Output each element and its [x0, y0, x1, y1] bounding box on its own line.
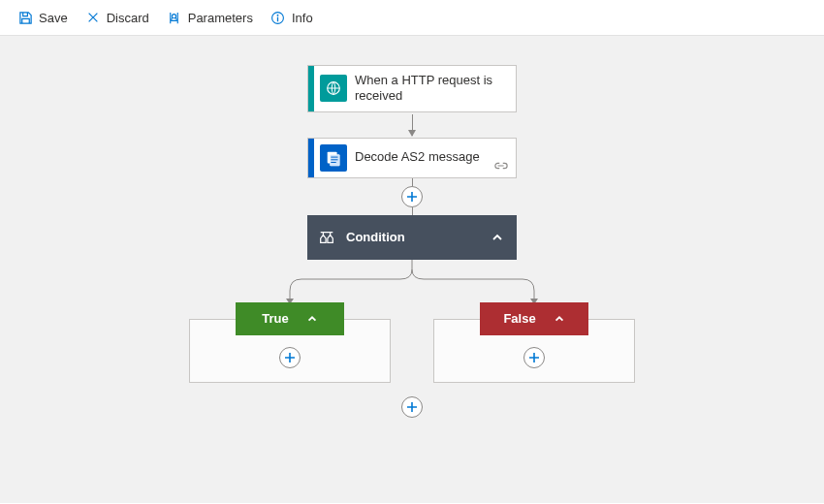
svg-point-2 — [277, 14, 279, 16]
svg-point-0 — [173, 14, 176, 17]
designer-canvas[interactable]: When a HTTP request is received Decode A… — [0, 36, 824, 503]
branch-true-label: True — [262, 311, 288, 326]
connection-link-icon — [494, 159, 508, 173]
add-action-true-button[interactable] — [279, 347, 301, 368]
connector-line — [412, 207, 413, 215]
http-request-icon — [320, 75, 347, 102]
branch-false-label: False — [503, 311, 535, 326]
card-accent — [308, 139, 314, 177]
info-label: Info — [292, 11, 313, 25]
chevron-up-icon — [478, 231, 517, 244]
card-accent — [308, 66, 314, 111]
condition-icon — [307, 229, 346, 246]
trigger-title: When a HTTP request is received — [355, 66, 516, 111]
discard-button[interactable]: Discard — [78, 6, 157, 29]
branch-container: True False — [189, 260, 635, 383]
as2-icon — [320, 144, 347, 172]
toolbar: Save Discard Parameters Info — [0, 0, 824, 36]
info-button[interactable]: Info — [263, 6, 321, 29]
condition-title: Condition — [346, 230, 478, 244]
chevron-up-icon — [554, 313, 565, 325]
parameters-button[interactable]: Parameters — [159, 6, 261, 29]
branch-connectors — [189, 260, 635, 302]
save-icon — [17, 10, 33, 25]
discard-label: Discard — [107, 11, 149, 25]
branch-true: True — [189, 302, 391, 383]
condition-card[interactable]: Condition — [307, 215, 517, 260]
branch-header-true[interactable]: True — [236, 302, 344, 335]
info-icon — [270, 10, 286, 25]
branch-header-false[interactable]: False — [480, 302, 588, 335]
chevron-up-icon — [306, 313, 318, 325]
save-button[interactable]: Save — [10, 6, 76, 29]
add-action-false-button[interactable] — [523, 347, 545, 368]
decode-as2-title: Decode AS2 message — [355, 142, 516, 172]
trigger-card-http-request[interactable]: When a HTTP request is received — [307, 65, 517, 112]
connector-arrow — [412, 114, 413, 136]
add-step-after-condition-button[interactable] — [401, 396, 423, 418]
parameters-icon — [167, 10, 182, 25]
close-icon — [85, 10, 101, 25]
svg-rect-3 — [277, 16, 278, 21]
add-step-button[interactable] — [401, 186, 423, 207]
action-card-decode-as2[interactable]: Decode AS2 message — [307, 138, 517, 178]
branch-false: False — [433, 302, 635, 383]
save-label: Save — [39, 11, 68, 25]
parameters-label: Parameters — [188, 11, 253, 25]
connector-line — [412, 178, 413, 186]
